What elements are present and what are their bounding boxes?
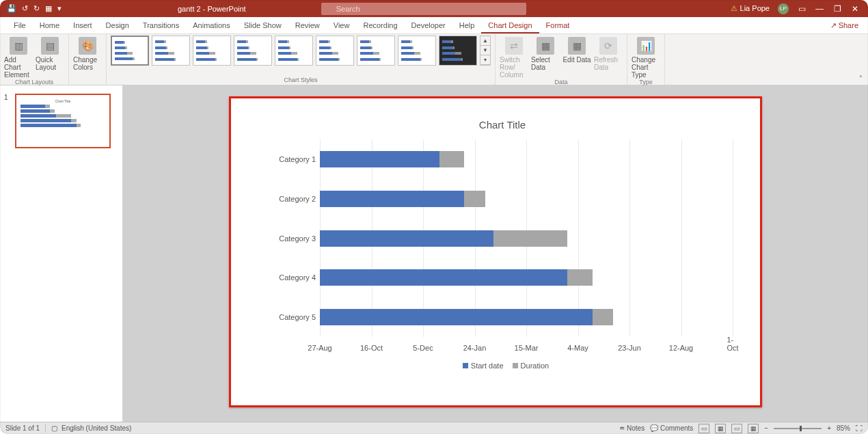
slide-canvas[interactable]: Chart Title 27-Aug16-Oct5-Dec24-Jan15-Ma…: [229, 96, 762, 407]
user-name[interactable]: Lia Pope: [731, 4, 770, 13]
group-chart-layouts: ▥ Add Chart Element ▤ Quick Layout Chart…: [0, 34, 69, 85]
thumb-bars: [21, 105, 105, 127]
maximize-icon[interactable]: ❐: [832, 4, 842, 14]
thumbnail-preview: Chart Title: [15, 94, 111, 148]
slide-editor-area[interactable]: Chart Title 27-Aug16-Oct5-Dec24-Jan15-Ma…: [123, 85, 868, 422]
x-tick-label: 4-May: [567, 344, 588, 352]
chart-style-thumb[interactable]: [152, 36, 190, 66]
chart-type-icon: 📊: [637, 37, 655, 55]
gallery-nav-button[interactable]: ▲: [480, 36, 490, 46]
avatar[interactable]: LP: [778, 3, 789, 14]
comments-button[interactable]: 💬 Comments: [650, 424, 693, 432]
change-chart-type-button[interactable]: 📊 Change Chart Type: [632, 36, 660, 79]
zoom-level[interactable]: 85%: [837, 424, 850, 432]
quick-access-toolbar: 💾 ↺ ↻ ▦ ▾: [0, 4, 68, 13]
tab-slide-show[interactable]: Slide Show: [237, 17, 288, 33]
chart-legend[interactable]: Start date Duration: [265, 362, 740, 370]
chart-style-thumb[interactable]: [234, 36, 272, 66]
bar-row[interactable]: [320, 151, 733, 167]
ribbon-display-icon[interactable]: ▭: [797, 4, 806, 14]
slide-thumbnails-pane[interactable]: 1 Chart Title: [0, 85, 123, 422]
tab-view[interactable]: View: [327, 17, 357, 33]
bar-row[interactable]: [320, 230, 733, 247]
zoom-in-button[interactable]: +: [827, 424, 831, 432]
category-label: Category 5: [267, 313, 316, 321]
change-colors-label: Change Colors: [73, 56, 102, 71]
tab-transitions[interactable]: Transitions: [136, 17, 186, 33]
chart-style-thumb[interactable]: [398, 36, 436, 66]
chart-style-thumb[interactable]: [111, 36, 149, 66]
x-tick-label: 15-Mar: [515, 344, 539, 352]
document-title: gantt 2 - PowerPoint: [178, 5, 246, 13]
share-button[interactable]: Share: [830, 21, 858, 30]
close-icon[interactable]: ✕: [850, 4, 860, 14]
gantt-chart[interactable]: Chart Title 27-Aug16-Oct5-Dec24-Jan15-Ma…: [265, 119, 740, 378]
quick-layout-icon: ▤: [41, 37, 59, 55]
fit-to-window-button[interactable]: ⛶: [856, 424, 863, 432]
search-input[interactable]: [321, 3, 526, 15]
tab-design[interactable]: Design: [99, 17, 136, 33]
chart-style-thumb[interactable]: [316, 36, 354, 66]
accessibility-icon[interactable]: ▢: [51, 424, 57, 432]
notes-button[interactable]: ≐ Notes: [619, 424, 645, 432]
slide-thumbnail[interactable]: 1 Chart Title: [7, 94, 116, 148]
select-data-button[interactable]: ▦ Select Data: [531, 36, 560, 79]
chart-style-gallery[interactable]: ▲▼▾: [111, 36, 491, 66]
change-colors-button[interactable]: 🎨 Change Colors: [73, 36, 102, 71]
tab-chart-design[interactable]: Chart Design: [481, 17, 539, 33]
tab-developer[interactable]: Developer: [405, 17, 452, 33]
qat-dropdown-icon[interactable]: ▾: [57, 4, 62, 13]
slideshow-view-button[interactable]: ▦: [748, 424, 759, 433]
chart-style-thumb[interactable]: [193, 36, 231, 66]
zoom-out-button[interactable]: −: [764, 424, 768, 432]
quick-layout-button[interactable]: ▤ Quick Layout: [36, 36, 64, 79]
reading-view-button[interactable]: ▭: [731, 424, 742, 433]
chart-style-thumb[interactable]: [439, 36, 477, 66]
chart-style-thumb[interactable]: [357, 36, 395, 66]
collapse-ribbon-icon[interactable]: ˄: [859, 74, 863, 82]
bar-row[interactable]: [320, 309, 733, 325]
undo-icon[interactable]: ↺: [22, 4, 28, 13]
tab-file[interactable]: File: [7, 17, 33, 33]
add-chart-element-label: Add Chart Element: [4, 56, 33, 79]
language-status[interactable]: English (United States): [62, 424, 131, 432]
ribbon: ▥ Add Chart Element ▤ Quick Layout Chart…: [0, 34, 868, 85]
x-tick-label: 5-Dec: [413, 344, 433, 352]
chart-style-thumb[interactable]: [275, 36, 313, 66]
group-label-styles: Chart Styles: [111, 77, 491, 85]
switch-icon: ⇄: [505, 37, 523, 55]
minimize-icon[interactable]: —: [815, 4, 824, 14]
plot-area[interactable]: 27-Aug16-Oct5-Dec24-Jan15-Mar4-May23-Jun…: [320, 139, 733, 337]
gallery-nav-button[interactable]: ▼: [480, 46, 490, 55]
refresh-data-button: ⟳ Refresh Data: [594, 36, 623, 79]
bar-row[interactable]: [320, 269, 733, 286]
tab-insert[interactable]: Insert: [66, 17, 99, 33]
change-chart-type-label: Change Chart Type: [632, 56, 660, 79]
tab-recording[interactable]: Recording: [356, 17, 404, 33]
zoom-slider[interactable]: [774, 428, 822, 429]
workspace: 1 Chart Title Chart Title 27-Aug16-Oct5-…: [0, 85, 868, 422]
save-icon[interactable]: 💾: [7, 4, 16, 13]
palette-icon: 🎨: [79, 37, 96, 55]
redo-icon[interactable]: ↻: [33, 4, 40, 13]
edit-data-label: Edit Data: [562, 56, 591, 64]
bar-row[interactable]: [320, 191, 733, 207]
refresh-icon: ⟳: [599, 37, 617, 55]
gallery-nav-button[interactable]: ▾: [480, 55, 490, 65]
add-chart-element-button[interactable]: ▥ Add Chart Element: [4, 36, 33, 79]
tab-format[interactable]: Format: [539, 17, 577, 33]
add-chart-element-icon: ▥: [10, 37, 27, 55]
tab-help[interactable]: Help: [452, 17, 482, 33]
slideshow-icon[interactable]: ▦: [45, 4, 52, 13]
sorter-view-button[interactable]: ▦: [715, 424, 726, 433]
slide-info[interactable]: Slide 1 of 1: [5, 424, 40, 432]
normal-view-button[interactable]: ▭: [699, 424, 709, 433]
legend-label-duration: Duration: [521, 362, 550, 370]
select-data-label: Select Data: [531, 56, 560, 71]
tab-review[interactable]: Review: [288, 17, 327, 33]
edit-data-button[interactable]: ▦ Edit Data: [562, 36, 591, 79]
chart-title[interactable]: Chart Title: [265, 119, 740, 131]
switch-row-column-button: ⇄ Switch Row/ Column: [500, 36, 528, 79]
tab-home[interactable]: Home: [33, 17, 66, 33]
tab-animations[interactable]: Animations: [186, 17, 236, 33]
